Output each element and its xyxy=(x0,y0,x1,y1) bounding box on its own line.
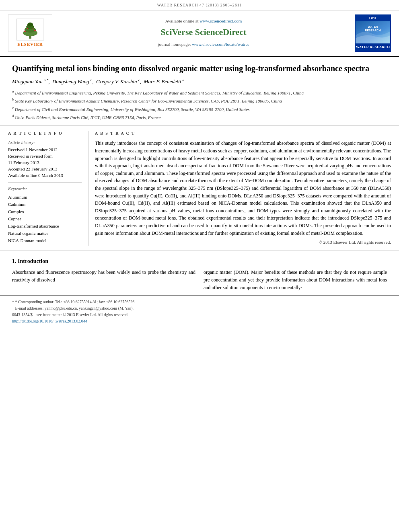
affiliation-c: c Department of Civil and Environmental … xyxy=(12,105,387,113)
author-3: Gregory V. Korshin c xyxy=(96,78,140,84)
accepted-date: Accepted 22 February 2013 xyxy=(8,166,82,173)
intro-left-col: Absorbance and fluorescence spectroscopy… xyxy=(12,269,195,291)
elsevier-brand-label: ELSEVIER xyxy=(17,41,43,48)
intro-right-text: organic matter (DOM). Major benefits of … xyxy=(204,269,387,290)
svg-point-8 xyxy=(33,28,34,29)
article-info-abstract-section: A R T I C L E I N F O Article history: R… xyxy=(0,126,399,251)
water-research-label: WATER RESEARCH xyxy=(356,43,390,51)
introduction-columns: Absorbance and fluorescence spectroscopy… xyxy=(12,269,387,291)
introduction-section: 1. Introduction Absorbance and fluoresce… xyxy=(0,251,399,291)
keyword-6: Natural organic matter xyxy=(8,230,82,237)
authors-line: Mingquan Yan a,*, Dongsheng Wang b, Greg… xyxy=(12,78,387,86)
author-1: Mingquan Yan a,* xyxy=(12,78,48,84)
svg-text:RESEARCH: RESEARCH xyxy=(365,29,380,32)
abstract-text: This study introduces the concept of con… xyxy=(95,140,391,237)
journal-homepage: journal homepage: www.elsevier.com/locat… xyxy=(158,41,249,48)
copyright-line: © 2013 Elsevier Ltd. All rights reserved… xyxy=(95,239,391,246)
affiliation-b: b State Key Laboratory of Environmental … xyxy=(12,97,387,104)
water-research-badge: IWA WATER RESEARCH WATER RESEARCH xyxy=(355,14,391,52)
svg-point-5 xyxy=(24,31,26,32)
svg-point-6 xyxy=(34,30,36,31)
keyword-5: Log-transformed absorbance xyxy=(8,223,82,230)
available-online-text: Available online at www.sciencedirect.co… xyxy=(165,18,242,25)
elsevier-tree-icon xyxy=(16,18,44,41)
keyword-7: NICA-Donnan model xyxy=(8,237,82,244)
footnote-section: * * Corresponding author. Tel.: +86 10 6… xyxy=(0,295,399,329)
article-history-group: Article history: Received 1 November 201… xyxy=(8,140,82,179)
keyword-2: Cadmium xyxy=(8,201,82,208)
history-label: Article history: xyxy=(8,140,82,146)
author-2: Dongsheng Wang b xyxy=(52,78,92,84)
header-section: ELSEVIER Available online at www.science… xyxy=(0,10,399,57)
journal-citation: WATER RESEARCH 47 (2013) 2603–2611 xyxy=(157,3,242,7)
affiliation-d: d Univ. Paris Diderot, Sorbonne Paris Ci… xyxy=(12,113,387,121)
abstract-column: A B S T R A C T This study introduces th… xyxy=(88,131,391,246)
iwa-label: IWA xyxy=(356,15,390,22)
publisher-info: Available online at www.sciencedirect.co… xyxy=(60,14,347,52)
affiliations: a Department of Environmental Engineerin… xyxy=(12,89,387,121)
footnote-email: E-mail addresses: yanmq@pku.edu.cn, yank… xyxy=(12,305,387,312)
doi-link[interactable]: http://dx.doi.org/10.1016/j.watres.2013.… xyxy=(12,319,87,323)
article-title-section: Quantifying metal ions binding onto diss… xyxy=(0,57,399,126)
footnote-star: * xyxy=(12,300,15,304)
footnote-issn: 0043-1354/$ – see front matter © 2013 El… xyxy=(12,312,387,318)
intro-left-text: Absorbance and fluorescence spectroscopy… xyxy=(12,269,195,283)
available-online-date: Available online 6 March 2013 xyxy=(8,173,82,179)
keywords-label: Keywords: xyxy=(8,186,82,192)
received-revised-label: Received in revised form xyxy=(8,153,82,160)
water-research-image: WATER RESEARCH xyxy=(356,21,390,43)
article-title: Quantifying metal ions binding onto diss… xyxy=(12,63,387,74)
article-info-heading: A R T I C L E I N F O xyxy=(8,131,82,137)
keyword-3: Complex xyxy=(8,208,82,216)
journal-link[interactable]: www.elsevier.com/locate/watres xyxy=(192,42,249,47)
revised-date: 11 February 2013 xyxy=(8,160,82,166)
intro-right-col: organic matter (DOM). Major benefits of … xyxy=(204,269,387,291)
article-info-column: A R T I C L E I N F O Article history: R… xyxy=(8,131,88,246)
received-date: Received 1 November 2012 xyxy=(8,147,82,153)
svg-point-4 xyxy=(27,23,33,27)
footnote-corresponding: * * Corresponding author. Tel.: +86 10 6… xyxy=(12,299,387,305)
sciencedirect-link[interactable]: www.sciencedirect.com xyxy=(200,18,242,23)
sciverse-title: SciVerse ScienceDirect xyxy=(160,26,246,39)
keyword-4: Copper xyxy=(8,216,82,223)
footnote-doi: http://dx.doi.org/10.1016/j.watres.2013.… xyxy=(12,318,387,325)
keyword-1: Aluminum xyxy=(8,194,82,201)
abstract-heading: A B S T R A C T xyxy=(95,131,391,137)
svg-text:WATER: WATER xyxy=(368,25,378,28)
journal-header-bar: WATER RESEARCH 47 (2013) 2603–2611 xyxy=(0,0,399,10)
divider xyxy=(8,182,82,183)
elsevier-logo: ELSEVIER xyxy=(8,14,52,52)
svg-point-7 xyxy=(27,28,28,29)
introduction-heading: 1. Introduction xyxy=(12,257,387,265)
affiliation-a: a Department of Environmental Engineerin… xyxy=(12,89,387,96)
author-4: Marc F. Benedetti d xyxy=(144,78,185,84)
